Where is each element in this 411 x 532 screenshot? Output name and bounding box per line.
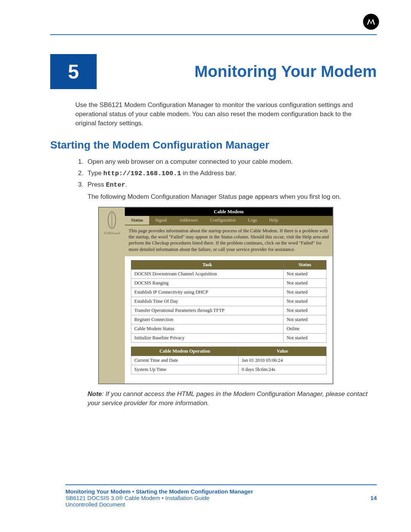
surfboard-icon — [105, 211, 118, 230]
op-header: Cable Modem Operation — [131, 347, 239, 356]
step-3: Press Enter. — [85, 179, 373, 190]
post-steps-note: The following Modem Configuration Manage… — [88, 192, 373, 201]
step-3-post: . — [125, 181, 127, 188]
modem-screenshot: SURFboard Cable Modem Status Signal Addr… — [98, 207, 333, 384]
chapter-number-box: 5 — [50, 54, 97, 89]
step-2-pre: Type — [88, 169, 104, 177]
modem-tab-configuration[interactable]: Configuration — [204, 216, 242, 225]
intro-paragraph: Use the SB6121 Modem Configuration Manag… — [75, 101, 373, 128]
modem-tabs: Status Signal Addresses Configuration Lo… — [125, 216, 333, 225]
italic-note: Note: If you cannot access the HTML page… — [88, 390, 373, 408]
step-3-code: Enter — [106, 181, 125, 189]
table-row: Transfer Operational Parameters through … — [131, 306, 327, 315]
status-header: Status — [284, 260, 327, 269]
modem-tab-status[interactable]: Status — [125, 216, 149, 225]
chapter-number: 5 — [68, 60, 79, 83]
step-2-post: in the Address bar. — [181, 169, 237, 177]
table-row: Cable Modem StatusOnline — [131, 324, 327, 333]
table-row: Establish IP Connectivity using DHCPNot … — [131, 288, 327, 297]
brand-logo — [363, 14, 379, 30]
table-row: Register ConnectionNot started — [131, 315, 327, 324]
value-header: Value — [239, 347, 327, 356]
modem-task-table: Task Status DOCSIS Downstream Channel Ac… — [131, 260, 327, 343]
step-2: Type http://192.168.100.1 in the Address… — [85, 168, 373, 179]
table-row: System Up Time0 days 5h:6m:24s — [131, 365, 327, 374]
table-row: Initialize Baseline PrivacyNot started — [131, 333, 327, 342]
task-header: Task — [131, 260, 284, 269]
step-3-pre: Press — [88, 181, 106, 188]
page-number: 14 — [370, 495, 377, 501]
footer-guide: SB6121 DOCSIS 3.0® Cable Modem • Install… — [65, 495, 209, 501]
modem-tab-logs[interactable]: Logs — [242, 216, 263, 225]
page-footer: Monitoring Your Modem • Starting the Mod… — [34, 484, 377, 508]
modem-header: Cable Modem — [125, 208, 333, 216]
modem-tab-signal[interactable]: Signal — [149, 216, 173, 225]
section-heading: Starting the Modem Configuration Manager — [50, 139, 377, 151]
step-1: Open any web browser on a computer conne… — [85, 157, 373, 167]
step-2-code: http://192.168.100.1 — [104, 170, 181, 177]
steps-list: Open any web browser on a computer conne… — [75, 157, 373, 190]
modem-sidebar-label: SURFboard — [99, 231, 125, 235]
footer-rule — [65, 484, 377, 485]
table-row: Establish Time Of DayNot started — [131, 297, 327, 306]
table-row: Current Time and DateJan 01 2010 05:06:2… — [131, 356, 327, 365]
modem-sidebar: SURFboard — [99, 208, 125, 383]
motorola-icon — [366, 17, 376, 27]
table-row: DOCSIS Downstream Channel AcquisitionNot… — [131, 269, 327, 278]
note-bold: Note — [88, 390, 102, 398]
chapter-title: Monitoring Your Modem — [194, 62, 377, 81]
footer-breadcrumb: Monitoring Your Modem • Starting the Mod… — [65, 488, 377, 495]
modem-operation-table: Cable Modem Operation Value Current Time… — [131, 347, 327, 374]
table-row: DOCSIS RangingNot started — [131, 278, 327, 288]
top-rule — [50, 34, 377, 35]
footer-status: Uncontrolled Document — [65, 501, 377, 508]
modem-intro-text: This page provides information about the… — [125, 225, 333, 256]
modem-tab-help[interactable]: Help — [263, 216, 284, 225]
step-1-text: Open any web browser on a computer conne… — [88, 158, 293, 165]
modem-tab-addresses[interactable]: Addresses — [173, 216, 204, 225]
note-rest: : If you cannot access the HTML pages in… — [88, 390, 368, 407]
